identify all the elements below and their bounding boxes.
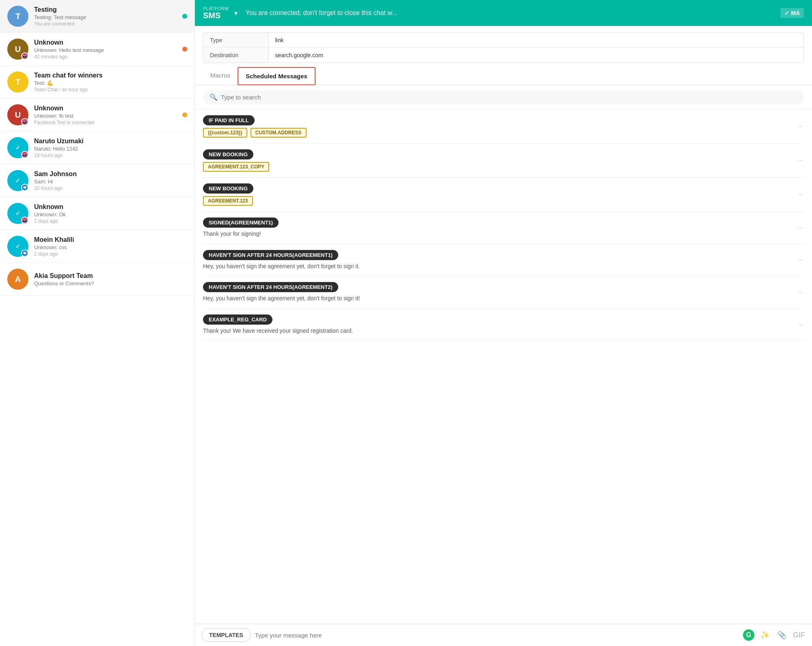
sidebar-item-naruto[interactable]: ✓📷Naruto UzumakiNaruto: Hello 124219 hou… (0, 131, 194, 164)
check-icon: ✓ (15, 177, 20, 184)
sidebar-item-moein[interactable]: ✓💬Moein KhaliliUnknown: cvc2 days ago (0, 230, 194, 263)
check-icon: ✓ (15, 243, 20, 250)
message-body: Thank you! We have received your signed … (203, 327, 793, 335)
search-input-wrap: 🔍 (203, 90, 804, 104)
check-icon: ✓ (15, 210, 20, 217)
message-body: Hey, you haven't sign the agreement yet,… (203, 295, 793, 303)
info-value: search.google.com (268, 48, 803, 63)
unread-dot (182, 47, 187, 52)
message-tag: HAVEN'T SIGN AFTER 24 HOURS(AGREEMENT2) (203, 282, 338, 292)
avatar: U📷 (7, 39, 28, 60)
platform-label: PLATFORM (203, 6, 229, 11)
message-tag: EXAMPLE_REG_CARD (203, 314, 272, 325)
message-row[interactable]: EXAMPLE_REG_CARDThank you! We have recei… (203, 309, 804, 341)
avatar: ✓📷 (7, 203, 28, 224)
message-preview: Naruto: Hello 1242 (34, 146, 187, 152)
sidebar-item-unknown1[interactable]: U📷UnknownUnknown: Hello test message42 m… (0, 33, 194, 66)
info-table-row: Typelink (203, 33, 803, 48)
tab-macros[interactable]: Macros (203, 67, 238, 85)
message-row[interactable]: IF PAID IN FULL{{custom.123}}CUSTOM.ADDR… (203, 110, 804, 144)
message-meta: 19 hours ago (34, 153, 187, 158)
avatar: T (7, 71, 28, 93)
search-icon: 🔍 (209, 93, 218, 101)
message-row[interactable]: NEW BOOKINGAGREEMENT.123_COPY→ (203, 144, 804, 178)
messages-list: IF PAID IN FULL{{custom.123}}CUSTOM.ADDR… (195, 110, 812, 624)
message-preview: Sam: Hi (34, 179, 187, 185)
message-preview: Unknown: cvc (34, 244, 187, 250)
avatar: ✓💬 (7, 236, 28, 257)
gif-button[interactable]: GIF (793, 629, 806, 642)
message-input[interactable] (255, 632, 739, 639)
message-preview: Unknown: fb test (34, 113, 187, 119)
message-tag: SIGNED(AGREENMENT1) (203, 217, 279, 228)
avatar: ✓📷 (7, 137, 28, 158)
tab-scheduled[interactable]: Scheduled Messages (238, 67, 315, 85)
message-tag: IF PAID IN FULL (203, 115, 255, 125)
bottom-input: TEMPLATES G ✨ 📎 GIF (195, 624, 812, 646)
sidebar-item-akia[interactable]: AAkia Support TeamQuestions or Comments? (0, 263, 194, 296)
unread-dot (182, 14, 187, 19)
messenger-badge-icon: 💬 (21, 250, 28, 257)
sidebar-item-testing[interactable]: TTestingTesting: Test messageYou are con… (0, 0, 194, 33)
message-preview: Testing: Test message (34, 14, 187, 20)
contact-name: Unknown (34, 39, 187, 46)
contact-name: Unknown (34, 105, 187, 112)
templates-button[interactable]: TEMPLATES (201, 628, 251, 642)
avatar: A (7, 269, 28, 290)
attachment-icon[interactable]: 📎 (775, 629, 788, 642)
instagram-badge-icon: 📷 (21, 118, 28, 125)
message-tag: NEW BOOKING (203, 149, 253, 159)
message-meta: Team Chat / an hour ago (34, 87, 187, 93)
message-chip: {{custom.123}} (203, 128, 247, 138)
sidebar-item-unknown2[interactable]: U📷UnknownUnknown: fb testFacebook Test i… (0, 99, 194, 131)
main-panel: PLATFORM SMS ▾ You are connected, don't … (195, 0, 812, 646)
message-body: Hey, you haven't sign the agreement yet,… (203, 263, 793, 271)
contact-name: Naruto Uzumaki (34, 138, 187, 145)
message-preview: Unknown: Hello test message (34, 47, 187, 53)
chevron-down-icon[interactable]: ▾ (234, 9, 238, 17)
message-row[interactable]: HAVEN'T SIGN AFTER 24 HOURS(AGREEMENT1)H… (203, 244, 804, 277)
messenger-badge-icon: 💬 (21, 184, 28, 191)
avatar: T (7, 6, 28, 27)
platform-name: SMS (203, 11, 229, 20)
message-chip: CUSTOM.ADDRESS (251, 128, 307, 138)
top-header: PLATFORM SMS ▾ You are connected, don't … (195, 0, 812, 26)
platform-badge: PLATFORM SMS (203, 6, 229, 20)
message-meta: 42 minutes ago (34, 54, 187, 60)
message-chip: AGREEMENT.123 (203, 196, 253, 206)
message-preview: Questions or Comments? (34, 280, 187, 286)
search-bar: 🔍 (195, 85, 812, 110)
contact-name: Sam Johnson (34, 170, 187, 178)
message-tag: NEW BOOKING (203, 183, 253, 194)
arrow-right-icon: → (797, 256, 804, 264)
sidebar-item-sam[interactable]: ✓💬Sam JohnsonSam: Hi20 hours ago (0, 164, 194, 197)
message-meta: 2 days ago (34, 218, 187, 224)
message-row[interactable]: HAVEN'T SIGN AFTER 24 HOURS(AGREEMENT2)H… (203, 276, 804, 309)
magic-icon[interactable]: ✨ (758, 629, 771, 642)
connected-text: You are connected, don't forget to close… (246, 9, 780, 17)
instagram-badge-icon: 📷 (21, 151, 28, 158)
sidebar-item-unknown3[interactable]: ✓📷UnknownUnknown: Ok2 days ago (0, 197, 194, 230)
arrow-right-icon: → (797, 321, 804, 329)
info-label: Destination (203, 48, 268, 63)
check-icon: ✓ (15, 144, 20, 151)
message-row[interactable]: NEW BOOKINGAGREEMENT.123→ (203, 178, 804, 212)
avatar: ✓💬 (7, 170, 28, 191)
grammarly-icon: G (743, 629, 754, 641)
arrow-right-icon: → (797, 156, 804, 165)
message-row[interactable]: SIGNED(AGREENMENT1)Thank your for signin… (203, 212, 804, 244)
unread-dot (182, 112, 187, 117)
instagram-badge-icon: 📷 (21, 52, 28, 60)
sidebar-item-team[interactable]: TTeam chat for winnersTest: 💪Team Chat /… (0, 66, 194, 99)
arrow-right-icon: → (797, 190, 804, 199)
message-meta: 20 hours ago (34, 185, 187, 191)
arrow-right-icon: → (797, 288, 804, 297)
search-input[interactable] (221, 94, 797, 101)
info-table: TypelinkDestinationsearch.google.com (203, 32, 804, 63)
info-label: Type (203, 33, 268, 48)
message-preview: Unknown: Ok (34, 211, 187, 217)
message-chip: AGREEMENT.123_COPY (203, 162, 269, 172)
message-preview: Test: 💪 (34, 80, 187, 86)
message-meta: 2 days ago (34, 251, 187, 257)
message-meta: You are connected (34, 21, 187, 27)
